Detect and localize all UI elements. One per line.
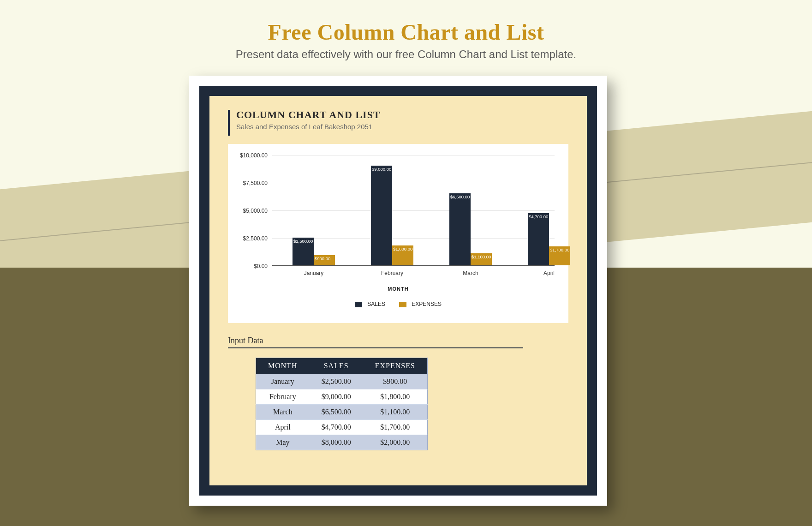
- gridline: [272, 183, 555, 183]
- table-cell: $4,700.00: [310, 420, 363, 435]
- bar-sales: $6,500.00: [449, 193, 471, 265]
- bar-expenses: $1,100.00: [471, 253, 492, 265]
- category-label: April: [521, 270, 577, 276]
- table-cell: January: [256, 374, 310, 389]
- bar-value-label: $1,700.00: [550, 247, 569, 252]
- gridline: [272, 155, 555, 155]
- y-tick-label: $10,000.00: [233, 152, 268, 159]
- legend-item-sales: SALES: [355, 301, 385, 307]
- page-subtitle: Present data effectively with our free C…: [0, 48, 812, 61]
- bar-value-label: $1,100.00: [472, 254, 491, 259]
- table-cell: March: [256, 405, 310, 420]
- table-row: May $8,000.00 $2,000.00: [256, 435, 428, 450]
- gridline: [272, 210, 555, 211]
- table-cell: $1,800.00: [363, 389, 428, 405]
- bar-value-label: $6,500.00: [450, 194, 470, 199]
- table-cell: $2,500.00: [310, 374, 363, 389]
- bar-value-label: $9,000.00: [372, 167, 391, 172]
- table-header: SALES: [310, 358, 363, 374]
- bar-value-label: $2,500.00: [293, 239, 313, 244]
- document-header: COLUMN CHART AND LIST Sales and Expenses…: [228, 109, 568, 136]
- y-tick-label: $2,500.00: [233, 235, 268, 242]
- table-row: February $9,000.00 $1,800.00: [256, 389, 428, 405]
- table-cell: April: [256, 420, 310, 435]
- table-cell: $2,000.00: [363, 435, 428, 450]
- bar-sales: $9,000.00: [371, 166, 392, 265]
- table-row: April $4,700.00 $1,700.00: [256, 420, 428, 435]
- table-row: January $2,500.00 $900.00: [256, 374, 428, 389]
- category-label: February: [364, 270, 420, 276]
- legend-swatch-icon: [399, 302, 406, 307]
- bar-expenses: $1,700.00: [549, 246, 570, 265]
- bar-sales: $4,700.00: [528, 213, 549, 265]
- gridline: [272, 238, 555, 239]
- y-tick-label: $0.00: [233, 263, 268, 269]
- bar-expenses: $1,800.00: [392, 245, 413, 265]
- table-cell: February: [256, 389, 310, 405]
- chart-legend: SALES EXPENSES: [228, 301, 568, 307]
- bar-value-label: $900.00: [315, 256, 330, 261]
- header-accent-bar: [228, 110, 230, 136]
- y-tick-label: $7,500.00: [233, 180, 268, 186]
- table-cell: $6,500.00: [310, 405, 363, 420]
- document-subtitle: Sales and Expenses of Leaf Bakeshop 2051: [236, 123, 381, 131]
- legend-swatch-icon: [355, 302, 362, 307]
- x-axis-title: MONTH: [228, 286, 568, 292]
- table-row: March $6,500.00 $1,100.00: [256, 405, 428, 420]
- document-body: COLUMN CHART AND LIST Sales and Expenses…: [209, 96, 587, 485]
- bar-value-label: $4,700.00: [529, 214, 548, 219]
- chart-container: $10,000.00 $7,500.00 $5,000.00 $2,500.00…: [228, 144, 568, 323]
- table-cell: May: [256, 435, 310, 450]
- table-cell: $1,100.00: [363, 405, 428, 420]
- legend-label: EXPENSES: [412, 301, 442, 307]
- category-label: March: [443, 270, 498, 276]
- table-cell: $9,000.00: [310, 389, 363, 405]
- table-header-row: MONTH SALES EXPENSES: [256, 358, 428, 374]
- bar-value-label: $1,800.00: [393, 246, 412, 251]
- y-tick-label: $5,000.00: [233, 208, 268, 214]
- table-cell: $900.00: [363, 374, 428, 389]
- input-data-heading: Input Data: [228, 336, 523, 348]
- bar-expenses: $900.00: [314, 255, 335, 265]
- document-title: COLUMN CHART AND LIST: [236, 109, 381, 121]
- table-cell: $1,700.00: [363, 420, 428, 435]
- document-border: COLUMN CHART AND LIST Sales and Expenses…: [199, 86, 597, 496]
- category-label: January: [286, 270, 341, 276]
- chart-plot-area: $2,500.00 $900.00 January $9,000.00: [272, 155, 555, 266]
- document-card: COLUMN CHART AND LIST Sales and Expenses…: [189, 76, 607, 506]
- table-header: MONTH: [256, 358, 310, 374]
- page-title: Free Column Chart and List: [0, 19, 812, 45]
- stage: Free Column Chart and List Present data …: [0, 0, 812, 526]
- table-cell: $8,000.00: [310, 435, 363, 450]
- table-header: EXPENSES: [363, 358, 428, 374]
- data-table: MONTH SALES EXPENSES January $2,500.00 $…: [256, 358, 428, 450]
- bar-sales: $2,500.00: [293, 238, 314, 265]
- legend-label: SALES: [367, 301, 385, 307]
- legend-item-expenses: EXPENSES: [399, 301, 442, 307]
